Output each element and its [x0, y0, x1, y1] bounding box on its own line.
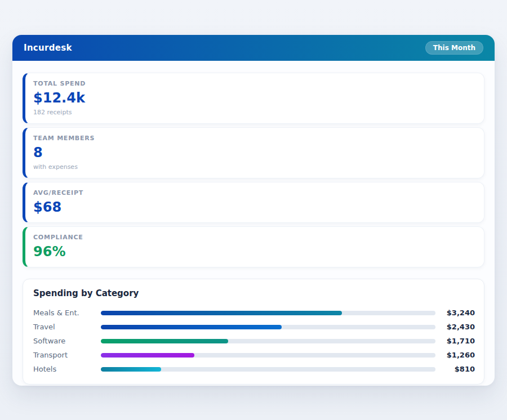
category-value: $1,710 [440, 337, 475, 345]
stat-subtext: 182 receipts [33, 108, 475, 117]
stat-subtext: with expenses [33, 163, 475, 171]
category-label: Hotels [33, 365, 101, 373]
category-bar-track [101, 325, 435, 329]
category-bar-fill [101, 311, 342, 315]
stat-value: 8 [33, 144, 475, 161]
stat-card-compliance: COMPLIANCE 96% [23, 226, 484, 267]
stat-label: AVG/RECEIPT [33, 189, 475, 197]
category-value: $3,240 [440, 309, 475, 317]
category-bar-track [101, 311, 435, 315]
category-bar-track [101, 353, 435, 358]
dashboard-body: TOTAL SPEND $12.4k 182 receipts TEAM MEM… [12, 61, 495, 386]
category-label: Meals & Ent. [33, 309, 101, 317]
category-value: $2,430 [440, 323, 475, 331]
category-row: Transport$1,260 [33, 348, 475, 362]
period-badge-button[interactable]: This Month [425, 41, 483, 55]
app-window: Incurdesk This Month TOTAL SPEND $12.4k … [12, 35, 495, 386]
app-header: Incurdesk This Month [12, 35, 495, 61]
stat-card-team-members: TEAM MEMBERS 8 with expenses [23, 127, 484, 178]
category-value: $1,260 [440, 351, 475, 359]
category-bar-track [101, 367, 435, 372]
category-row: Hotels$810 [33, 362, 475, 376]
stat-card-avg-receipt: AVG/RECEIPT $68 [23, 182, 484, 223]
category-bar-fill [101, 325, 282, 329]
category-bar-fill [101, 353, 194, 358]
category-label: Transport [33, 351, 101, 359]
category-row: Software$1,710 [33, 334, 475, 348]
stat-label: COMPLIANCE [33, 234, 475, 242]
spending-section-title: Spending by Category [33, 288, 475, 298]
category-row: Meals & Ent.$3,240 [33, 306, 475, 320]
category-value: $810 [440, 365, 475, 373]
category-bar-track [101, 339, 435, 343]
category-label: Software [33, 337, 101, 345]
stat-value: $12.4k [33, 90, 475, 106]
app-title: Incurdesk [24, 43, 72, 53]
stat-card-total-spend: TOTAL SPEND $12.4k 182 receipts [23, 73, 484, 124]
spending-by-category-card: Spending by Category Meals & Ent.$3,240T… [23, 279, 484, 385]
page-background: { "header": { "title": "Incurdesk", "per… [0, 0, 507, 420]
category-bar-fill [101, 339, 228, 343]
stat-label: TEAM MEMBERS [33, 135, 475, 142]
stat-label: TOTAL SPEND [33, 80, 475, 88]
stat-value: 96% [33, 243, 475, 260]
category-row: Travel$2,430 [33, 320, 475, 334]
category-bar-fill [101, 367, 161, 372]
stat-value: $68 [33, 199, 475, 216]
category-rows: Meals & Ent.$3,240Travel$2,430Software$1… [33, 306, 475, 376]
category-label: Travel [33, 323, 101, 331]
